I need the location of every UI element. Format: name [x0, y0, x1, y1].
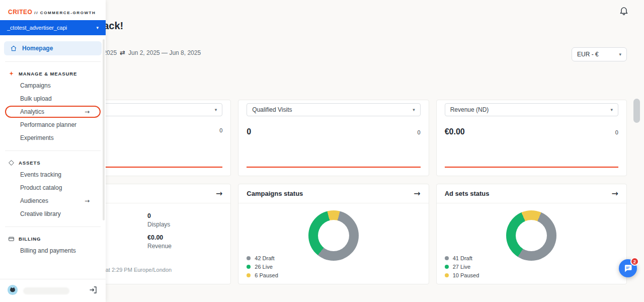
sidebar-footer	[0, 279, 106, 302]
collapse-sidebar-button[interactable]	[88, 285, 99, 296]
sidebar: CRITEO// COMMERCE-GROWTH _ctotest_advert…	[0, 0, 106, 302]
legend-dot	[445, 273, 449, 277]
kpi-secondary-value: 0	[418, 129, 421, 135]
chart-legend: 42 Draft 26 Live 6 Paused	[247, 254, 278, 279]
kpi-metric-select[interactable]: Revenue (ND) ▾	[445, 103, 618, 116]
campaigns-status-card: Campaigns status → 42 Draft 26 Live 6 Pa…	[238, 184, 429, 284]
kpi-card-qualified-visits: Qualified Visits ▾ 0 0	[238, 100, 429, 176]
kpi-row: ▾ 0 Qualified Visits ▾ 0 0 Revenue (ND) …	[40, 100, 627, 176]
nav-section-billing: BILLING	[0, 233, 106, 244]
current-date-range: Jun 2, 2025 — Jun 8, 2025	[128, 49, 201, 56]
ad-sets-status-donut-chart	[506, 210, 556, 261]
nav-section-assets: ASSETS	[0, 157, 106, 168]
chat-unread-badge: 2	[630, 257, 639, 266]
kpi-secondary-value: 0	[615, 129, 618, 135]
kpi-accent-underline	[247, 167, 420, 168]
sidebar-item-campaigns[interactable]: Campaigns	[0, 79, 106, 92]
nav-section-manage-measure: MANAGE & MEASURE	[0, 68, 106, 79]
criteo-logo-text: CRITEO	[8, 9, 32, 16]
avatar[interactable]	[7, 284, 18, 297]
currency-value: EUR - €	[577, 51, 599, 58]
kpi-metric-select[interactable]: Qualified Visits ▾	[247, 103, 420, 116]
status-row: → 0 Displays €0.00 Revenue Last updated …	[40, 184, 627, 284]
kpi-metric-label: Revenue (ND)	[450, 106, 489, 113]
compare-swap-icon: ⇄	[120, 49, 125, 56]
sidebar-item-experiments[interactable]: Experiments	[0, 131, 106, 144]
arrow-right-icon: →	[85, 197, 90, 204]
chart-legend: 41 Draft 27 Live 10 Paused	[445, 254, 479, 279]
legend-item: 41 Draft	[445, 254, 479, 262]
legend-label: 42 Draft	[255, 255, 274, 261]
sidebar-item-performance-planner[interactable]: Performance planner	[0, 118, 106, 131]
card-title: Campaigns status	[247, 190, 303, 197]
legend-dot	[247, 273, 251, 277]
sidebar-item-billing-and-payments[interactable]: Billing and payments	[0, 244, 106, 257]
stat-value: €0.00	[147, 234, 172, 241]
sidebar-item-bulk-upload[interactable]: Bulk upload	[0, 92, 106, 105]
legend-label: 10 Paused	[453, 272, 479, 278]
legend-label: 26 Live	[255, 264, 272, 270]
legend-dot	[247, 265, 251, 269]
kpi-metric-label: Qualified Visits	[252, 106, 292, 113]
kpi-accent-underline	[445, 167, 618, 168]
campaigns-status-donut-chart	[308, 210, 359, 261]
sidebar-item-analytics[interactable]: Analytics →	[5, 106, 101, 118]
advertiser-selector[interactable]: _ctotest_advertiser_capi ▾	[0, 20, 106, 35]
chevron-down-icon: ▾	[413, 107, 415, 112]
card-header: Campaigns status →	[238, 184, 428, 203]
nav-section-title: ASSETS	[19, 160, 40, 166]
sidebar-item-creative-library[interactable]: Creative library	[0, 207, 106, 220]
kpi-values: €0.00 0	[445, 127, 618, 136]
overview-stat-revenue: €0.00 Revenue	[147, 234, 172, 250]
cat-avatar-icon	[7, 284, 18, 295]
open-card-arrow-button[interactable]: →	[414, 189, 420, 198]
ad-sets-status-card: Ad sets status → 41 Draft 27 Live 10 Pau…	[436, 184, 627, 284]
sidebar-item-product-catalog[interactable]: Product catalog	[0, 181, 106, 194]
legend-label: 41 Draft	[453, 255, 472, 261]
sidebar-item-audiences[interactable]: Audiences →	[0, 194, 106, 207]
notifications-bell-button[interactable]	[618, 5, 630, 17]
divider	[5, 226, 101, 227]
open-card-arrow-button[interactable]: →	[216, 189, 222, 198]
open-card-arrow-button[interactable]: →	[612, 189, 618, 198]
brand-logo: CRITEO// COMMERCE-GROWTH	[0, 0, 106, 20]
advertiser-name: _ctotest_advertiser_capi	[7, 25, 67, 31]
legend-dot	[247, 256, 251, 260]
currency-select[interactable]: EUR - € ▾	[572, 47, 627, 61]
chevron-down-icon: ▾	[215, 107, 217, 112]
chat-bubble-icon	[623, 264, 632, 273]
chat-fab-button[interactable]: 2	[619, 259, 637, 277]
legend-item: 26 Live	[247, 262, 278, 271]
legend-item: 27 Live	[445, 262, 479, 271]
nav-section-title: MANAGE & MEASURE	[19, 71, 77, 77]
arrow-right-icon: →	[85, 108, 90, 115]
stat-label: Revenue	[147, 243, 172, 250]
divider	[5, 150, 101, 151]
kpi-value: 0	[247, 127, 251, 136]
divider	[5, 61, 101, 62]
user-name-redacted	[23, 287, 69, 294]
legend-dot	[445, 265, 449, 269]
diamond-icon	[8, 160, 15, 166]
brand-suffix: // COMMERCE-GROWTH	[34, 11, 96, 15]
legend-item: 10 Paused	[445, 271, 479, 279]
stat-value: 0	[147, 212, 172, 219]
sidebar-item-homepage[interactable]: Homepage	[4, 41, 102, 55]
kpi-secondary-value: 0	[219, 127, 222, 133]
home-icon	[10, 45, 17, 52]
stat-label: Displays	[147, 221, 172, 228]
overview-stats: 0 Displays €0.00 Revenue	[147, 212, 172, 250]
legend-item: 42 Draft	[247, 254, 278, 262]
overview-stat-displays: 0 Displays	[147, 212, 172, 228]
sidebar-item-events-tracking[interactable]: Events tracking	[0, 168, 106, 181]
chevron-down-icon: ▾	[619, 52, 621, 57]
kpi-values: 0 0	[247, 127, 420, 136]
chevron-down-icon: ▾	[96, 25, 99, 30]
kpi-value: €0.00	[445, 127, 465, 136]
page-scrollbar-thumb[interactable]	[633, 99, 640, 123]
nav-section-title: BILLING	[19, 236, 41, 242]
credit-card-icon	[8, 236, 15, 242]
exit-arrow-icon	[89, 285, 98, 294]
bell-icon	[619, 6, 629, 16]
sidebar-scrollbar-thumb[interactable]	[103, 39, 105, 220]
